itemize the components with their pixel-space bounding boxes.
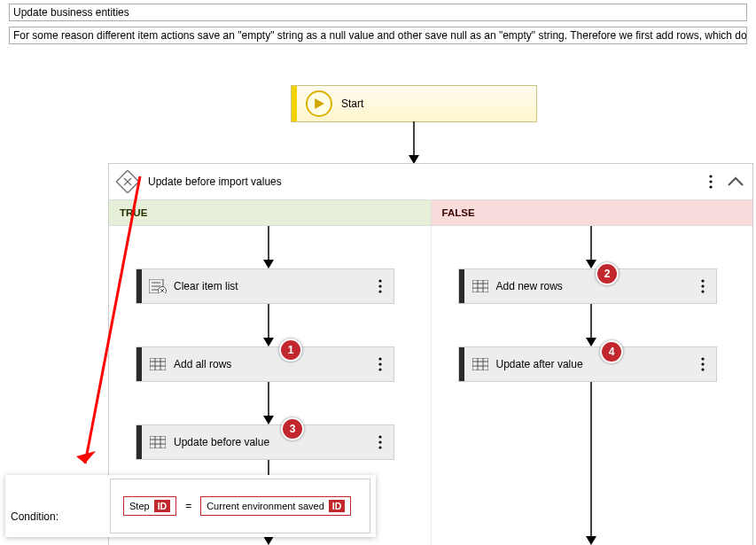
arrow (582, 382, 600, 545)
action-clear-item-list[interactable]: Clear item list (136, 269, 394, 304)
action-update-after-value[interactable]: Update after value (458, 346, 717, 382)
table-icon (470, 354, 491, 375)
action-label: Add all rows (174, 358, 369, 370)
start-node[interactable]: Start (291, 85, 537, 122)
condition-label: Condition: (11, 510, 58, 523)
svg-point-64 (701, 368, 704, 370)
start-accent (292, 86, 297, 121)
svg-marker-0 (315, 98, 324, 109)
svg-marker-48 (586, 536, 596, 545)
svg-marker-14 (263, 416, 274, 424)
container-menu-button[interactable] (699, 170, 722, 193)
action-menu-button[interactable] (369, 275, 392, 298)
svg-point-24 (378, 279, 381, 282)
svg-point-6 (709, 175, 712, 177)
action-label: Update before value (174, 436, 369, 448)
container-title: Update before import values (148, 175, 699, 188)
svg-rect-35 (150, 436, 166, 448)
action-label: Update after value (496, 358, 691, 370)
description-field[interactable]: For some reason different item actions s… (9, 27, 747, 44)
condition-expression[interactable]: Step ID = Current environment saved ID (110, 479, 370, 533)
table-icon (147, 354, 168, 375)
svg-point-21 (159, 287, 167, 294)
svg-point-63 (701, 362, 704, 365)
arrow (260, 304, 277, 346)
action-menu-button[interactable] (369, 431, 392, 454)
arrow (582, 304, 600, 346)
action-label: Add new rows (496, 280, 691, 292)
svg-marker-10 (263, 260, 274, 269)
condition-icon (114, 168, 141, 195)
svg-point-7 (709, 180, 712, 183)
action-add-new-rows[interactable]: Add new rows (458, 269, 717, 304)
collapse-button[interactable] (722, 168, 749, 195)
title-field[interactable]: Update business entities (9, 4, 747, 21)
badge-2: 2 (596, 262, 619, 285)
svg-marker-44 (586, 260, 596, 269)
svg-marker-66 (76, 451, 96, 463)
svg-point-42 (378, 446, 381, 448)
svg-rect-57 (472, 358, 488, 370)
condition-lhs[interactable]: Step ID (123, 496, 176, 516)
arrow (582, 226, 600, 269)
false-column: Add new rows Update after value (432, 226, 753, 545)
action-label: Clear item list (174, 280, 369, 292)
action-add-all-rows[interactable]: Add all rows (136, 346, 394, 382)
svg-point-55 (701, 284, 704, 287)
svg-point-26 (378, 290, 381, 292)
action-update-before-value[interactable]: Update before value (136, 424, 394, 460)
svg-point-54 (701, 279, 704, 282)
condition-operator: = (185, 500, 191, 512)
false-branch-header: FALSE (432, 200, 753, 225)
list-clear-icon (147, 276, 168, 297)
svg-point-34 (378, 368, 381, 370)
svg-point-41 (378, 440, 381, 443)
svg-point-33 (378, 362, 381, 365)
svg-marker-12 (263, 338, 274, 346)
true-branch-header: TRUE (109, 200, 432, 225)
arrow (260, 382, 277, 424)
arrow-start-to-container (405, 121, 423, 164)
play-icon (306, 90, 332, 117)
svg-point-62 (701, 357, 704, 360)
arrow (260, 226, 277, 269)
svg-marker-16 (263, 536, 274, 545)
badge-1: 1 (279, 339, 302, 362)
condition-rhs[interactable]: Current environment saved ID (200, 496, 351, 516)
start-label: Start (341, 97, 363, 110)
svg-marker-46 (586, 338, 596, 346)
svg-rect-27 (150, 358, 166, 370)
svg-point-25 (378, 284, 381, 287)
svg-point-32 (378, 357, 381, 360)
table-icon (470, 276, 491, 297)
svg-point-56 (701, 290, 704, 292)
action-menu-button[interactable] (691, 353, 714, 376)
condition-panel: Condition: Step ID = Current environment… (5, 475, 376, 537)
svg-point-40 (378, 435, 381, 438)
svg-point-8 (709, 185, 712, 188)
badge-4: 4 (600, 340, 623, 363)
container-header: Update before import values (109, 164, 752, 200)
action-menu-button[interactable] (369, 353, 392, 376)
svg-rect-49 (472, 280, 488, 292)
badge-3: 3 (281, 417, 304, 440)
action-menu-button[interactable] (691, 275, 714, 298)
table-icon (147, 432, 168, 453)
